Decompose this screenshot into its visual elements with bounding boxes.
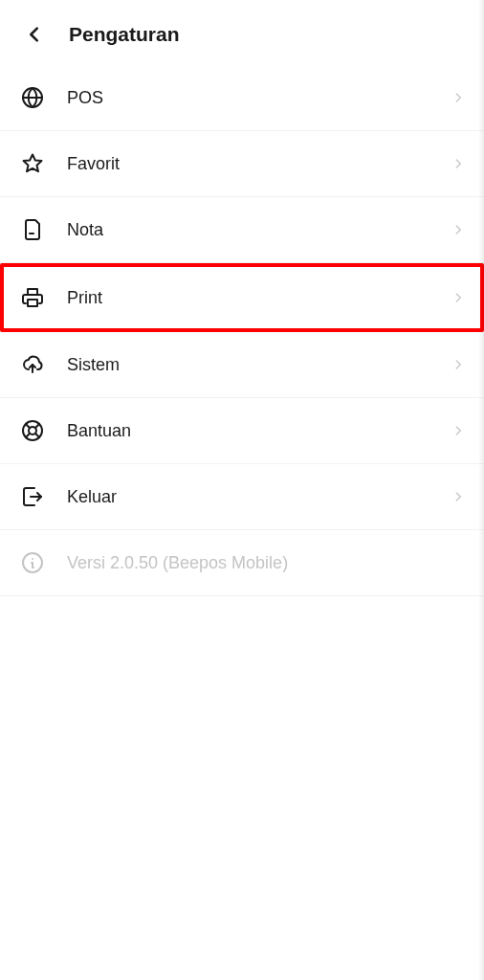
menu-item-favorit[interactable]: Favorit [0,131,484,197]
menu-item-nota[interactable]: Nota [0,197,484,263]
menu-item-label: Keluar [67,487,429,507]
chevron-left-icon [24,24,45,45]
menu-item-label: POS [67,88,429,108]
menu-item-label: Favorit [67,154,429,174]
svg-rect-1 [28,300,37,306]
page-title: Pengaturan [69,23,180,46]
version-row: Versi 2.0.50 (Beepos Mobile) [0,530,484,596]
version-label: Versi 2.0.50 (Beepos Mobile) [67,553,465,573]
menu-item-label: Print [67,288,429,308]
menu-item-keluar[interactable]: Keluar [0,464,484,530]
menu-item-print[interactable]: Print [0,263,484,332]
info-icon [21,551,44,574]
chevron-right-icon [451,424,465,437]
chevron-right-icon [451,157,465,170]
menu-item-pos[interactable]: POS [0,65,484,131]
menu-item-bantuan[interactable]: Bantuan [0,398,484,464]
chevron-right-icon [451,291,465,304]
cloud-upload-icon [21,353,44,376]
back-button[interactable] [23,23,46,46]
printer-icon [21,286,44,309]
menu-item-sistem[interactable]: Sistem [0,332,484,398]
chevron-right-icon [451,91,465,104]
menu-item-label: Sistem [67,355,429,375]
chevron-right-icon [451,358,465,371]
lifebuoy-icon [21,419,44,442]
menu-item-label: Nota [67,220,429,240]
menu-item-label: Bantuan [67,421,429,441]
globe-icon [21,86,44,109]
logout-icon [21,485,44,508]
document-icon [21,218,44,241]
settings-list: POS Favorit Nota [0,65,484,596]
chevron-right-icon [451,223,465,236]
chevron-right-icon [451,490,465,503]
header: Pengaturan [0,0,484,65]
star-icon [21,152,44,175]
